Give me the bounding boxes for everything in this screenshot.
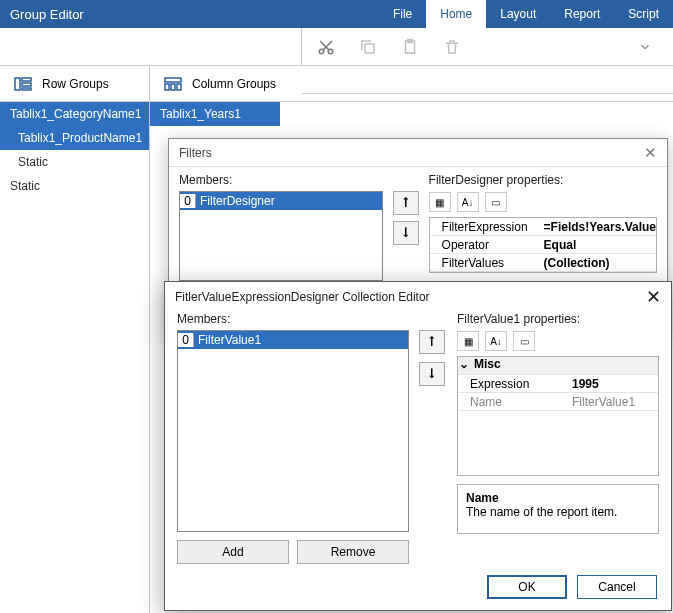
- move-up-button[interactable]: 🠕: [393, 191, 419, 215]
- description-pane: Name The name of the report item.: [457, 484, 659, 534]
- collection-editor-dialog: FitlerValueExpressionDesigner Collection…: [164, 281, 672, 611]
- menu-script[interactable]: Script: [614, 0, 673, 28]
- members-list[interactable]: 0 FilterDesigner: [179, 191, 383, 281]
- row-group-item[interactable]: Static: [0, 174, 149, 198]
- title-bar: Group Editor File Home Layout Report Scr…: [0, 0, 673, 28]
- filters-title: Filters: [179, 146, 212, 160]
- svg-rect-7: [22, 83, 31, 86]
- chevron-down-icon[interactable]: [635, 37, 655, 57]
- category-row[interactable]: ⌄ Misc: [458, 357, 658, 375]
- categorized-icon[interactable]: ▦: [429, 192, 451, 212]
- members-label: Members:: [177, 312, 409, 326]
- categorized-icon[interactable]: ▦: [457, 331, 479, 351]
- move-down-button[interactable]: 🠗: [393, 221, 419, 245]
- collection-editor-title: FitlerValueExpressionDesigner Collection…: [175, 290, 430, 304]
- menu-report[interactable]: Report: [550, 0, 614, 28]
- move-up-button[interactable]: 🠕: [419, 330, 445, 354]
- cut-icon[interactable]: [316, 37, 336, 57]
- prop-toolbar: ▦ A↓ ▭: [457, 330, 659, 352]
- close-icon[interactable]: ✕: [644, 144, 657, 162]
- menu-file[interactable]: File: [379, 0, 426, 28]
- property-grid[interactable]: ⌄ Misc Expression1995 NameFilterValue1: [457, 356, 659, 476]
- svg-rect-11: [171, 84, 175, 90]
- row-groups-label: Row Groups: [42, 77, 109, 91]
- remove-button[interactable]: Remove: [297, 540, 409, 564]
- svg-rect-9: [165, 78, 181, 82]
- prop-toolbar: ▦ A↓ ▭: [429, 191, 657, 213]
- list-item[interactable]: 0 FilterDesigner: [180, 192, 382, 210]
- description-text: The name of the report item.: [466, 505, 650, 519]
- chevron-down-icon[interactable]: ⌄: [458, 357, 470, 374]
- main-menu: File Home Layout Report Script: [379, 0, 673, 28]
- svg-rect-2: [365, 44, 374, 53]
- props-label: FilterValue1 properties:: [457, 312, 659, 326]
- description-name: Name: [466, 491, 650, 505]
- members-label: Members:: [179, 173, 383, 187]
- filters-title-bar[interactable]: Filters ✕: [169, 139, 667, 167]
- property-grid[interactable]: FilterExpression=Fields!Years.Value Oper…: [429, 217, 657, 273]
- svg-rect-6: [22, 78, 31, 81]
- menu-layout[interactable]: Layout: [486, 0, 550, 28]
- property-pages-icon[interactable]: ▭: [513, 331, 535, 351]
- row-group-item[interactable]: Static: [0, 150, 149, 174]
- add-button[interactable]: Add: [177, 540, 289, 564]
- paste-icon[interactable]: [400, 37, 420, 57]
- svg-rect-5: [15, 78, 20, 90]
- alphabetical-icon[interactable]: A↓: [485, 331, 507, 351]
- svg-rect-8: [22, 88, 31, 90]
- alphabetical-icon[interactable]: A↓: [457, 192, 479, 212]
- row-groups-icon: [14, 77, 32, 91]
- members-list[interactable]: 0 FilterValue1: [177, 330, 409, 532]
- delete-icon[interactable]: [442, 37, 462, 57]
- collection-editor-title-bar[interactable]: FitlerValueExpressionDesigner Collection…: [165, 282, 671, 312]
- svg-rect-12: [177, 84, 181, 90]
- column-groups-label: Column Groups: [192, 77, 276, 91]
- close-icon[interactable]: ✕: [646, 286, 661, 308]
- row-group-item[interactable]: Tablix1_ProductName1: [0, 126, 149, 150]
- props-label: FilterDesigner properties:: [429, 173, 657, 187]
- list-item[interactable]: 0 FilterValue1: [178, 331, 408, 349]
- menu-home[interactable]: Home: [426, 0, 486, 28]
- app-title: Group Editor: [10, 7, 84, 22]
- copy-icon[interactable]: [358, 37, 378, 57]
- row-groups-tree: Tablix1_CategoryName1 Tablix1_ProductNam…: [0, 102, 150, 613]
- svg-point-0: [319, 49, 324, 54]
- toolbar: [0, 28, 673, 66]
- column-group-item[interactable]: Tablix1_Years1: [150, 102, 280, 126]
- move-down-button[interactable]: 🠗: [419, 362, 445, 386]
- column-groups-icon: [164, 77, 182, 91]
- svg-point-1: [328, 49, 333, 54]
- property-pages-icon[interactable]: ▭: [485, 192, 507, 212]
- svg-rect-10: [165, 84, 169, 90]
- row-group-item[interactable]: Tablix1_CategoryName1: [0, 102, 149, 126]
- horizontal-ruler: [302, 66, 673, 94]
- cancel-button[interactable]: Cancel: [577, 575, 657, 599]
- ok-button[interactable]: OK: [487, 575, 567, 599]
